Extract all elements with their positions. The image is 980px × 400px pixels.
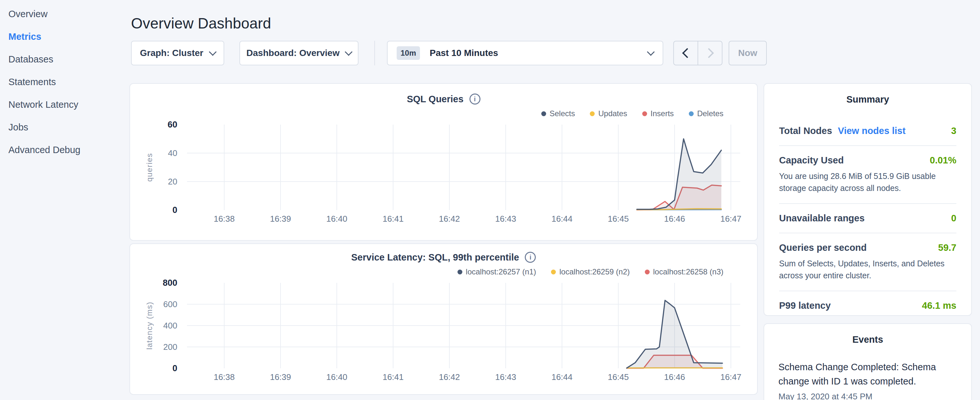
legend-dot-icon <box>551 269 556 274</box>
dashboard-selector-dropdown[interactable]: Dashboard: Overview <box>239 41 358 65</box>
legend-label: localhost:26258 (n3) <box>653 267 724 276</box>
time-range-label: Past 10 Minutes <box>430 48 498 58</box>
svg-text:16:42: 16:42 <box>439 214 460 224</box>
svg-text:600: 600 <box>163 300 177 309</box>
svg-text:16:41: 16:41 <box>382 214 404 224</box>
legend-item: localhost:26257 (n1) <box>458 267 536 276</box>
svg-text:40: 40 <box>168 148 177 158</box>
sidebar-item-network-latency[interactable]: Network Latency <box>0 98 129 120</box>
chart-legend: localhost:26257 (n1)localhost:26259 (n2)… <box>130 267 724 276</box>
legend-label: localhost:26257 (n1) <box>466 267 536 276</box>
chevron-down-icon <box>647 48 654 56</box>
summary-row-value: 0.01% <box>930 155 956 166</box>
sidebar-item-statements[interactable]: Statements <box>0 75 129 98</box>
summary-row-label: P99 latency <box>779 300 831 311</box>
graph-selector-dropdown[interactable]: Graph: Cluster <box>131 41 224 65</box>
next-time-button[interactable] <box>698 41 722 65</box>
toolbar: Graph: Cluster Dashboard: Overview 10m P… <box>131 41 767 65</box>
sidebar-item-databases[interactable]: Databases <box>0 53 129 75</box>
summary-row-value: 3 <box>951 126 956 136</box>
svg-text:16:38: 16:38 <box>213 372 235 382</box>
sidebar-item-jobs[interactable]: Jobs <box>0 120 129 143</box>
toolbar-divider <box>374 41 375 65</box>
summary-card: Summary Total Nodes View nodes list 3 Ca… <box>764 83 972 316</box>
svg-text:16:47: 16:47 <box>720 372 741 382</box>
legend-item: localhost:26259 (n2) <box>551 267 630 276</box>
info-icon[interactable]: i <box>525 252 536 263</box>
page-title: Overview Dashboard <box>131 14 271 32</box>
legend-dot-icon <box>590 112 595 116</box>
summary-divider <box>779 233 956 233</box>
chevron-down-icon <box>209 48 216 56</box>
legend-item: Selects <box>541 109 575 118</box>
prev-time-button[interactable] <box>674 41 698 65</box>
now-button[interactable]: Now <box>729 41 767 65</box>
legend-dot-icon <box>458 269 462 274</box>
svg-text:16:42: 16:42 <box>439 372 460 382</box>
svg-text:16:45: 16:45 <box>608 372 628 382</box>
sidebar-item-metrics[interactable]: Metrics <box>0 30 129 53</box>
summary-row-value: 0 <box>951 213 956 224</box>
info-icon[interactable]: i <box>469 94 480 105</box>
summary-row-description: You are using 28.6 MiB of 515.9 GiB usab… <box>779 170 956 194</box>
chart-legend: SelectsUpdatesInsertsDeletes <box>130 109 724 118</box>
legend-item: Inserts <box>642 109 674 118</box>
chart-title-row: Service Latency: SQL, 99th percentile i <box>130 252 757 263</box>
legend-label: Inserts <box>651 109 674 118</box>
svg-text:400: 400 <box>163 321 177 330</box>
events-card: Events Schema Change Completed: Schema c… <box>764 323 972 400</box>
service-latency-chart-plot[interactable]: 16:3816:3916:4016:4116:4216:4316:4416:45… <box>138 277 749 386</box>
legend-label: localhost:26259 (n2) <box>559 267 630 276</box>
svg-text:16:38: 16:38 <box>213 214 235 224</box>
sidebar-item-advanced-debug[interactable]: Advanced Debug <box>0 143 129 166</box>
sidebar: OverviewMetricsDatabasesStatementsNetwor… <box>0 0 129 400</box>
summary-row-value: 59.7 <box>938 242 956 253</box>
event-timestamp: May 13, 2020 at 4:45 PM <box>764 392 971 400</box>
summary-body: Total Nodes View nodes list 3 Capacity U… <box>764 105 971 311</box>
chart-title: Service Latency: SQL, 99th percentile <box>352 252 519 263</box>
svg-text:16:43: 16:43 <box>495 372 516 382</box>
svg-text:0: 0 <box>172 363 177 373</box>
svg-text:16:45: 16:45 <box>608 214 628 224</box>
time-range-selector[interactable]: 10m Past 10 Minutes <box>387 41 663 65</box>
svg-text:latency (ms): latency (ms) <box>145 302 154 350</box>
summary-row-total-nodes: Total Nodes View nodes list 3 <box>779 126 956 136</box>
summary-title: Summary <box>764 94 971 105</box>
legend-label: Deletes <box>697 109 724 118</box>
svg-text:queries: queries <box>145 153 154 182</box>
summary-row-unavailable-ranges: Unavailable ranges 0 <box>779 213 956 224</box>
chevron-right-icon <box>704 48 714 58</box>
sql-queries-chart-plot[interactable]: 16:3816:3916:4016:4116:4216:4316:4416:45… <box>138 119 749 227</box>
events-title: Events <box>764 334 971 345</box>
summary-row-label: Total Nodes <box>779 126 832 136</box>
svg-text:16:43: 16:43 <box>495 214 516 224</box>
svg-text:16:44: 16:44 <box>551 372 572 382</box>
svg-text:800: 800 <box>163 278 177 288</box>
summary-row-p99-latency: P99 latency 46.1 ms <box>779 300 956 311</box>
sidebar-item-overview[interactable]: Overview <box>0 7 129 30</box>
chart-title-row: SQL Queries i <box>130 94 757 105</box>
graph-selector-label: Graph: Cluster <box>140 48 203 58</box>
view-nodes-link[interactable]: View nodes list <box>838 126 905 136</box>
dashboard-selector-label: Dashboard: Overview <box>247 48 340 58</box>
app-root: OverviewMetricsDatabasesStatementsNetwor… <box>0 0 980 400</box>
svg-text:16:46: 16:46 <box>664 372 685 382</box>
summary-row-label: Unavailable ranges <box>779 213 864 224</box>
svg-text:200: 200 <box>163 342 177 352</box>
sql-queries-chart-card: SQL Queries i SelectsUpdatesInsertsDelet… <box>129 83 758 241</box>
legend-dot-icon <box>541 112 546 116</box>
summary-row-label: Queries per second <box>779 242 867 253</box>
svg-text:16:47: 16:47 <box>720 214 741 224</box>
svg-text:16:40: 16:40 <box>326 372 347 382</box>
legend-dot-icon <box>645 269 650 274</box>
svg-text:16:44: 16:44 <box>551 214 572 224</box>
chart-title: SQL Queries <box>407 94 463 105</box>
legend-dot-icon <box>642 112 647 116</box>
summary-row-queries-per-second: Queries per second 59.7 <box>779 242 956 253</box>
svg-text:20: 20 <box>168 177 177 186</box>
summary-divider <box>779 203 956 204</box>
summary-divider <box>779 145 956 146</box>
time-range-badge: 10m <box>397 46 420 60</box>
legend-label: Updates <box>598 109 627 118</box>
svg-text:16:46: 16:46 <box>664 214 685 224</box>
